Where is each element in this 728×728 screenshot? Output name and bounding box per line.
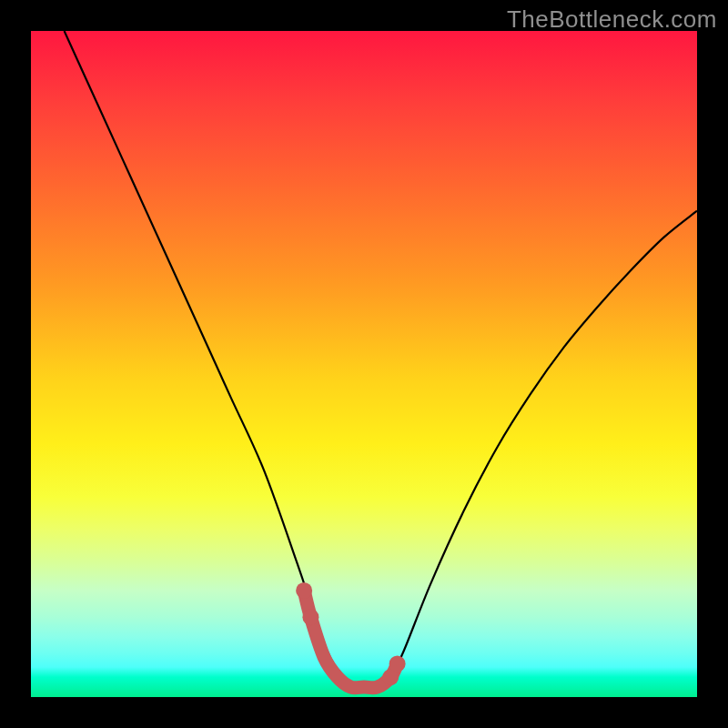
- main-curve: [65, 31, 697, 688]
- highlight-dot: [296, 582, 312, 599]
- highlight-dot: [302, 609, 318, 625]
- watermark-text: TheBottleneck.com: [507, 5, 717, 34]
- chart-frame: TheBottleneck.com: [0, 0, 728, 728]
- curve-overlay: [31, 31, 697, 697]
- highlight-curve: [304, 591, 397, 688]
- plot-area: [31, 31, 697, 697]
- highlight-dot: [389, 655, 406, 672]
